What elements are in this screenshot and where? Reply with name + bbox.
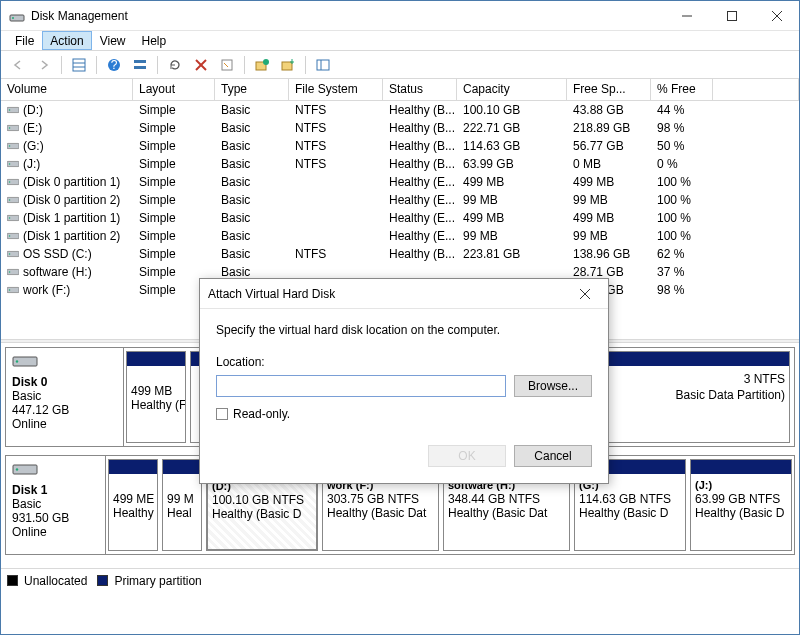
tool-grid-icon[interactable] [68,54,90,76]
svg-point-42 [9,289,11,291]
forward-button[interactable] [33,54,55,76]
volume-header: VolumeLayoutTypeFile SystemStatusCapacit… [1,79,799,101]
separator [96,56,97,74]
location-label: Location: [216,355,592,369]
volume-row[interactable]: (Disk 0 partition 2)SimpleBasicHealthy (… [1,191,799,209]
titlebar: Disk Management [1,1,799,31]
svg-rect-18 [282,62,292,70]
svg-point-30 [9,181,11,183]
volume-row[interactable]: (D:)SimpleBasicNTFSHealthy (B...100.10 G… [1,101,799,119]
col-capacity[interactable]: Capacity [457,79,567,100]
col-file-system[interactable]: File System [289,79,383,100]
volume-row[interactable]: OS SSD (C:)SimpleBasicNTFSHealthy (B...2… [1,245,799,263]
minimize-button[interactable] [664,1,709,31]
legend: Unallocated Primary partition [1,568,799,592]
separator [305,56,306,74]
svg-point-24 [9,127,11,129]
col--free[interactable]: % Free [651,79,713,100]
disk-label[interactable]: Disk 0Basic447.12 GBOnline [6,348,124,446]
location-input[interactable] [216,375,506,397]
menu-view[interactable]: View [92,31,134,50]
col-type[interactable]: Type [215,79,289,100]
app-icon [9,8,25,24]
col-volume[interactable]: Volume [1,79,133,100]
svg-point-28 [9,163,11,165]
window-title: Disk Management [31,9,664,23]
toolbar: ? [1,51,799,79]
svg-rect-19 [317,60,329,70]
svg-point-38 [9,253,11,255]
back-button[interactable] [7,54,29,76]
volume-row[interactable]: (Disk 1 partition 1)SimpleBasicHealthy (… [1,209,799,227]
cancel-button[interactable]: Cancel [514,445,592,467]
tool-refresh-icon[interactable] [164,54,186,76]
dialog-titlebar: Attach Virtual Hard Disk [200,279,608,309]
svg-point-34 [9,217,11,219]
svg-point-32 [9,199,11,201]
col-status[interactable]: Status [383,79,457,100]
volume-row[interactable]: (Disk 1 partition 2)SimpleBasicHealthy (… [1,227,799,245]
col-layout[interactable]: Layout [133,79,215,100]
tool-list-icon[interactable] [312,54,334,76]
partition[interactable]: 499 MEHealthy [108,459,158,551]
svg-rect-15 [222,60,232,70]
tool-properties-icon[interactable] [216,54,238,76]
menu-help[interactable]: Help [134,31,175,50]
svg-rect-3 [727,11,736,20]
dialog-instruction: Specify the virtual hard disk location o… [216,323,592,337]
tool-new-partition-icon[interactable] [251,54,273,76]
svg-point-17 [263,59,269,65]
svg-rect-11 [134,60,146,63]
partition[interactable]: (J:)63.99 GB NTFSHealthy (Basic D [690,459,792,551]
separator [157,56,158,74]
readonly-checkbox[interactable] [216,408,228,420]
separator [244,56,245,74]
svg-rect-6 [73,59,85,71]
legend-swatch-primary [97,575,108,586]
maximize-button[interactable] [709,1,754,31]
partition[interactable]: 499 MBHealthy (F [126,351,186,443]
tool-detail-icon[interactable] [129,54,151,76]
readonly-label: Read-only. [233,407,290,421]
window-controls [664,1,799,31]
menu-file[interactable]: File [7,31,42,50]
col-free-sp-[interactable]: Free Sp... [567,79,651,100]
svg-point-44 [16,360,18,362]
close-button[interactable] [754,1,799,31]
dialog-title: Attach Virtual Hard Disk [208,287,570,301]
browse-button[interactable]: Browse... [514,375,592,397]
help-icon[interactable]: ? [103,54,125,76]
separator [61,56,62,74]
tool-attach-vhd-icon[interactable] [277,54,299,76]
partition[interactable]: 99 MHeal [162,459,202,551]
volume-row[interactable]: (G:)SimpleBasicNTFSHealthy (B...114.63 G… [1,137,799,155]
ok-button[interactable]: OK [428,445,506,467]
svg-text:?: ? [111,58,118,72]
attach-vhd-dialog: Attach Virtual Hard Disk Specify the vir… [199,278,609,484]
volume-row[interactable]: (J:)SimpleBasicNTFSHealthy (B...63.99 GB… [1,155,799,173]
tool-delete-icon[interactable] [190,54,212,76]
disk-label[interactable]: Disk 1Basic931.50 GBOnline [6,456,106,554]
svg-rect-12 [134,66,146,69]
legend-label-unallocated: Unallocated [24,574,87,588]
svg-point-1 [12,17,14,19]
svg-point-26 [9,145,11,147]
menubar: File Action View Help [1,31,799,51]
svg-point-46 [16,468,18,470]
svg-point-36 [9,235,11,237]
svg-point-22 [9,109,11,111]
dialog-close-button[interactable] [570,279,600,309]
menu-action[interactable]: Action [42,31,91,50]
volume-row[interactable]: (Disk 0 partition 1)SimpleBasicHealthy (… [1,173,799,191]
svg-point-40 [9,271,11,273]
volume-row[interactable]: (E:)SimpleBasicNTFSHealthy (B...222.71 G… [1,119,799,137]
legend-label-primary: Primary partition [114,574,201,588]
dialog-body: Specify the virtual hard disk location o… [200,309,608,433]
legend-swatch-unallocated [7,575,18,586]
